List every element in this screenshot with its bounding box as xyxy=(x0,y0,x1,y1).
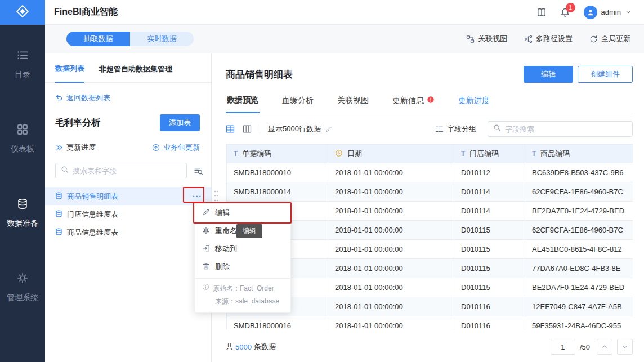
table-cell: 2018-01-01 00:00:00 xyxy=(328,163,454,182)
text-field-icon: T xyxy=(461,150,465,158)
table-row: SMDBJ180000102018-01-01 00:00:00D010112B… xyxy=(227,163,633,182)
table-search-box xyxy=(55,163,187,178)
table-cell: 2018-01-01 00:00:00 xyxy=(328,259,454,278)
more-actions-button[interactable]: ··· xyxy=(193,193,202,200)
toolbar-divider xyxy=(260,124,260,133)
move-to-icon xyxy=(202,244,210,254)
grid-view-icon[interactable] xyxy=(226,124,235,133)
menu-item-move-to[interactable]: 移动到 xyxy=(195,240,290,258)
table-cell: D010115 xyxy=(454,259,525,278)
sidebar-item-label: 数据准备 xyxy=(7,218,38,229)
main-header: 商品销售明细表 编辑 创建组件 xyxy=(226,53,633,83)
column-view-icon[interactable] xyxy=(243,124,252,133)
table-cell: D010116 xyxy=(454,316,525,330)
gear-icon xyxy=(17,272,28,285)
user-avatar xyxy=(584,6,597,19)
sidebar-item-label: 目录 xyxy=(15,70,30,80)
table-cell: 12EF7049-C847-4A7F-A5B xyxy=(525,297,633,316)
return-arrow-icon xyxy=(55,93,63,103)
tab-update-progress[interactable]: 更新进度 xyxy=(457,95,491,113)
help-book-icon[interactable] xyxy=(536,7,547,17)
column-header[interactable]: T门店编码 xyxy=(454,145,525,163)
tab-data-preview[interactable]: 数据预览 xyxy=(226,95,260,113)
tab-relation-view[interactable]: 关联视图 xyxy=(336,95,370,113)
table-cell: D010115 xyxy=(454,278,525,297)
create-component-button[interactable]: 创建组件 xyxy=(578,66,633,83)
sidebar-item-data-prep[interactable]: 数据准备 xyxy=(7,198,38,229)
multipath-settings-link[interactable]: 多路径设置 xyxy=(524,34,573,44)
field-group-button[interactable]: 字段分组 xyxy=(435,124,476,134)
relation-view-link[interactable]: 关联视图 xyxy=(466,34,507,44)
sidebar-item-admin[interactable]: 管理系统 xyxy=(7,272,38,303)
data-mode-toggle: 抽取数据 实时数据 xyxy=(66,32,194,46)
table-db-icon xyxy=(55,228,62,237)
package-update-link[interactable]: 业务包更新 xyxy=(152,142,200,153)
tab-data-list[interactable]: 数据列表 xyxy=(55,64,84,83)
menu-item-edit[interactable]: 编辑 xyxy=(195,204,290,222)
table-search-input[interactable] xyxy=(73,167,181,175)
tab-update-info[interactable]: 更新信息 xyxy=(391,95,436,113)
page-number-input[interactable] xyxy=(551,339,575,355)
field-search-box xyxy=(488,121,633,137)
update-progress-link[interactable]: 更新进度 xyxy=(55,142,96,153)
tab-lineage-analysis[interactable]: 血缘分析 xyxy=(281,95,315,113)
filter-search-icon[interactable] xyxy=(194,166,203,176)
global-update-link[interactable]: 全局更新 xyxy=(589,34,630,44)
table-cell: D010114 xyxy=(454,182,525,202)
table-cell: 77DA67A0-ED8C-4FB3-8E xyxy=(525,259,633,278)
table-cell: 2018-01-01 00:00:00 xyxy=(328,182,454,202)
user-menu[interactable]: admin xyxy=(584,6,632,19)
table-cell: SMDBJ18000016 xyxy=(227,316,328,330)
table-cell: 62CF9CFA-1E86-4960-B7C xyxy=(525,221,633,240)
sidebar-item-label: 仪表板 xyxy=(11,144,34,154)
table-cell: SMDBJ18000010 xyxy=(227,163,328,182)
notification-bell-icon[interactable]: 1 xyxy=(560,7,570,17)
topbar-actions: 1 admin xyxy=(536,6,632,19)
page-up-button[interactable] xyxy=(597,339,612,355)
column-header[interactable]: T商品编码 xyxy=(525,145,633,163)
realtime-data-pill[interactable]: 实时数据 xyxy=(130,32,194,46)
package-header: 毛利率分析 添加表 xyxy=(45,103,211,131)
preview-toolbar: 显示5000行数据 字段分组 xyxy=(226,121,633,137)
sidebar-item-dashboard[interactable]: 仪表板 xyxy=(11,124,34,154)
add-table-button[interactable]: 添加表 xyxy=(160,114,200,131)
column-header[interactable]: T单据编码 xyxy=(227,145,328,163)
list-item-sales-detail[interactable]: 商品销售明细表 ··· xyxy=(45,187,211,205)
page-down-button[interactable] xyxy=(617,339,633,355)
update-row: 更新进度 业务包更新 xyxy=(45,131,211,153)
list-item-product-dim[interactable]: 商品信息维度表 xyxy=(45,224,211,242)
origin-name-label: 原始名：Fact_Order xyxy=(213,283,274,294)
source-row: 来源：sale_database xyxy=(195,295,290,308)
tab-dataset-management[interactable]: 非超管自助数据集管理 xyxy=(99,64,172,82)
table-context-menu: 编辑 重命名 移动到 删除 原始名：Fact_Order xyxy=(194,202,291,313)
text-field-icon: T xyxy=(234,150,238,158)
list-item-store-dim[interactable]: 门店信息维度表 xyxy=(45,205,211,224)
total-suffix: 条数据 xyxy=(254,342,276,352)
back-to-data-list-link[interactable]: 返回数据列表 xyxy=(45,83,211,103)
app-title: FineBI商业智能 xyxy=(54,6,118,18)
edit-button[interactable]: 编辑 xyxy=(524,66,573,83)
edit-tooltip: 编辑 xyxy=(236,224,262,238)
app-logo[interactable] xyxy=(0,0,45,25)
app-window: FineBI商业智能 1 admin xyxy=(0,0,644,362)
column-header[interactable]: 日期 xyxy=(328,145,454,163)
table-cell: D010115 xyxy=(454,240,525,259)
table-cell: 62CF9CFA-1E86-4960-B7C xyxy=(525,182,633,202)
alert-icon xyxy=(427,96,435,105)
sidebar-item-directory[interactable]: 目录 xyxy=(15,50,30,80)
table-cell: D010114 xyxy=(454,202,525,221)
field-search-input[interactable] xyxy=(505,125,627,133)
search-icon xyxy=(493,124,501,134)
table-cell: D010112 xyxy=(454,163,525,182)
menu-item-delete[interactable]: 删除 xyxy=(195,258,290,276)
edit-row-limit-icon[interactable] xyxy=(325,126,332,133)
finebi-diamond-icon xyxy=(16,5,29,20)
pencil-icon xyxy=(202,208,210,218)
sidebar-nav: 目录 仪表板 数据准备 管理系统 xyxy=(0,25,45,362)
table-cell: 2018-01-01 00:00:00 xyxy=(328,278,454,297)
row-limit-label: 显示5000行数据 xyxy=(268,124,321,134)
main-tabs: 数据预览 血缘分析 关联视图 更新信息 更新进度 xyxy=(226,95,633,113)
extract-data-pill[interactable]: 抽取数据 xyxy=(66,32,130,46)
table-cell: D010116 xyxy=(454,297,525,316)
panel-search-row xyxy=(45,153,211,178)
